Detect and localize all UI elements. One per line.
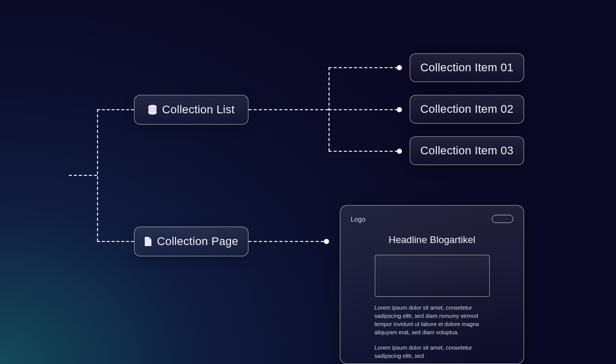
page-preview-card: Logo Headline Blogartikel Lorem ipsum do… (340, 205, 524, 364)
node-collection-list: Collection List (134, 95, 248, 125)
connector (329, 151, 398, 152)
connector-endpoint (324, 239, 329, 244)
node-label: Collection List (162, 103, 235, 116)
connector (248, 109, 329, 110)
node-collection-item-02: Collection Item 02 (410, 95, 524, 124)
page-preview-logo: Logo (351, 215, 365, 223)
node-label: Collection Item 01 (420, 61, 514, 74)
connector (329, 67, 398, 68)
connector (97, 241, 134, 242)
node-collection-item-01: Collection Item 01 (410, 53, 524, 82)
page-preview-body: Lorem ipsum dolor sit amet, consetetur s… (375, 304, 490, 360)
connector (248, 241, 324, 242)
node-label: Collection Item 02 (420, 103, 514, 116)
page-preview-header: Logo (351, 215, 513, 223)
node-collection-item-03: Collection Item 03 (410, 136, 524, 165)
connector (97, 109, 98, 241)
connector (97, 109, 134, 110)
connector (69, 175, 97, 176)
node-collection-page: Collection Page (134, 227, 248, 256)
connector-endpoint (397, 107, 402, 112)
connector-endpoint (397, 149, 402, 154)
page-preview-paragraph: Lorem ipsum dolor sit amet, consetetur s… (375, 304, 490, 337)
connector-endpoint (397, 65, 402, 70)
file-icon (144, 236, 152, 247)
page-preview-paragraph: Lorem ipsum dolor sit amet, consetetur s… (375, 344, 490, 360)
page-preview-image-placeholder (375, 255, 490, 297)
database-icon (148, 105, 157, 115)
page-preview-headline: Headline Blogartikel (351, 234, 513, 246)
connector (329, 109, 398, 110)
page-preview-button-placeholder (492, 215, 513, 223)
node-label: Collection Item 03 (420, 144, 514, 157)
node-label: Collection Page (157, 235, 239, 248)
